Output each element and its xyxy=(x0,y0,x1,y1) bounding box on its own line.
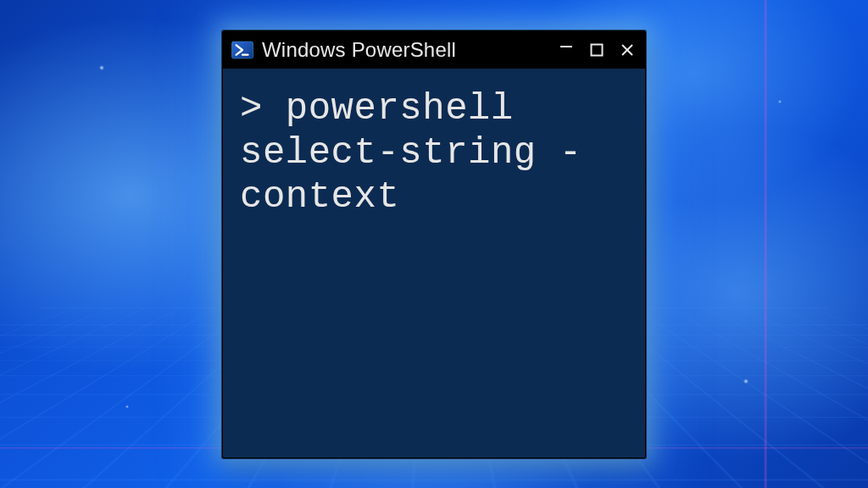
svg-rect-4 xyxy=(592,45,603,56)
command-text: powershell select-string -context xyxy=(240,87,582,218)
window-controls xyxy=(557,41,637,59)
titlebar[interactable]: Windows PowerShell xyxy=(223,31,645,69)
terminal-body[interactable]: > powershell select-string -context xyxy=(223,69,645,458)
minimize-button[interactable] xyxy=(557,37,576,56)
powershell-icon xyxy=(231,39,253,61)
maximize-button[interactable] xyxy=(587,41,606,59)
close-button[interactable] xyxy=(618,41,637,59)
powershell-window: Windows PowerShell > powershell select-s… xyxy=(222,30,646,458)
window-title: Windows PowerShell xyxy=(262,38,548,62)
prompt-symbol: > xyxy=(240,87,286,130)
